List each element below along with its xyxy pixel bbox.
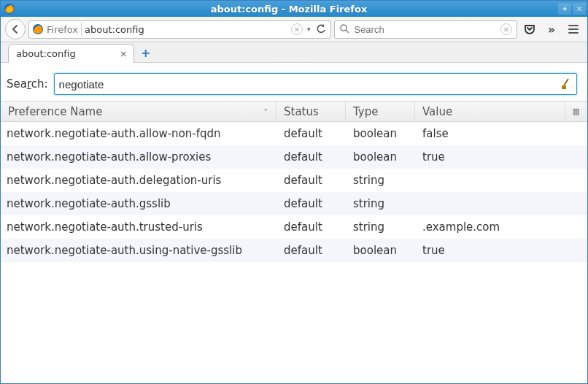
pocket-button[interactable] bbox=[520, 20, 539, 39]
pref-row[interactable]: network.negotiate-auth.allow-proxiesdefa… bbox=[1, 145, 587, 169]
pref-type: string bbox=[346, 174, 415, 187]
pref-name: network.negotiate-auth.trusted-uris bbox=[1, 220, 276, 234]
searchbar-clear-button[interactable]: ✕ bbox=[500, 23, 512, 35]
window-title: about:config - Mozilla Firefox bbox=[20, 4, 558, 15]
col-value[interactable]: Value bbox=[415, 101, 565, 121]
prefs-table: Preference Name⌃ Status Type Value ▥ net… bbox=[1, 101, 587, 262]
pref-status: default bbox=[276, 127, 346, 140]
pref-name: network.negotiate-auth.allow-non-fqdn bbox=[1, 127, 276, 140]
pref-name: network.negotiate-auth.gsslib bbox=[1, 197, 276, 210]
sort-ascending-icon: ⌃ bbox=[263, 108, 268, 115]
pref-name: network.negotiate-auth.allow-proxies bbox=[1, 150, 276, 164]
search-icon bbox=[339, 23, 349, 36]
tab-close-button[interactable]: × bbox=[120, 48, 128, 59]
tab-label: about:config bbox=[16, 48, 76, 59]
pref-row[interactable]: network.negotiate-auth.delegation-urisde… bbox=[1, 169, 587, 192]
tab-strip: about:config × + : : : : : : : bbox=[1, 42, 587, 63]
firefox-app-icon bbox=[4, 3, 15, 15]
urlbar-clear-button[interactable]: ✕ bbox=[291, 23, 303, 35]
reload-button[interactable] bbox=[314, 24, 328, 34]
window-close-button[interactable]: ✕ bbox=[573, 3, 586, 15]
pref-value: true bbox=[415, 150, 587, 164]
pref-name: network.negotiate-auth.delegation-uris bbox=[1, 174, 276, 187]
pref-value: true bbox=[415, 244, 587, 257]
pref-row[interactable]: network.negotiate-auth.allow-non-fqdndef… bbox=[1, 122, 587, 145]
config-search-box[interactable] bbox=[54, 73, 577, 95]
svg-point-2 bbox=[341, 25, 347, 31]
identity-box[interactable]: Firefox bbox=[32, 23, 78, 35]
menu-button[interactable] bbox=[564, 20, 583, 39]
pref-status: default bbox=[276, 174, 346, 187]
pref-type: boolean bbox=[346, 244, 415, 257]
new-tab-button[interactable]: + bbox=[137, 45, 155, 61]
window-minimize-button[interactable]: ✦ bbox=[558, 3, 571, 15]
pref-type: string bbox=[346, 220, 415, 234]
pref-type: boolean bbox=[346, 150, 415, 164]
prefs-table-header: Preference Name⌃ Status Type Value ▥ bbox=[1, 101, 587, 122]
svg-line-3 bbox=[346, 30, 349, 33]
pref-row[interactable]: network.negotiate-auth.trusted-urisdefau… bbox=[1, 215, 587, 239]
pref-status: default bbox=[276, 197, 346, 210]
nav-toolbar: Firefox about:config ✕ ▾ ✕ » bbox=[1, 17, 587, 42]
about-config-content: Search: Preference Name⌃ Status Type Val… bbox=[1, 63, 587, 383]
pref-name: network.negotiate-auth.using-native-gssl… bbox=[1, 244, 276, 257]
clear-search-icon[interactable] bbox=[559, 77, 572, 91]
search-bar[interactable]: ✕ bbox=[334, 20, 517, 39]
pref-type: string bbox=[346, 197, 415, 210]
pref-row[interactable]: network.negotiate-auth.gsslibdefaultstri… bbox=[1, 192, 587, 215]
column-picker-button[interactable]: ▥ bbox=[565, 101, 587, 121]
col-status[interactable]: Status bbox=[276, 101, 346, 121]
back-button[interactable] bbox=[5, 19, 26, 39]
firefox-identity-icon bbox=[32, 23, 44, 35]
pref-status: default bbox=[276, 150, 346, 164]
urlbar-history-dropdown[interactable]: ▾ bbox=[307, 26, 311, 33]
window-titlebar: about:config - Mozilla Firefox ✦ ✕ bbox=[1, 1, 587, 17]
url-text[interactable]: about:config bbox=[85, 24, 288, 35]
config-search-label: Search: bbox=[7, 77, 48, 91]
pref-row[interactable]: network.negotiate-auth.using-native-gssl… bbox=[1, 239, 587, 262]
svg-line-5 bbox=[564, 79, 568, 85]
pref-type: boolean bbox=[346, 127, 415, 140]
pref-value: .example.com bbox=[415, 220, 587, 234]
url-bar[interactable]: Firefox about:config ✕ ▾ bbox=[28, 20, 331, 39]
urlbar-separator bbox=[81, 23, 82, 36]
search-input[interactable] bbox=[354, 24, 496, 35]
overflow-button[interactable]: » bbox=[542, 20, 561, 39]
tab-about-config[interactable]: about:config × bbox=[8, 44, 134, 63]
pref-value: false bbox=[415, 127, 587, 140]
config-search-row: Search: bbox=[1, 63, 587, 101]
col-preference-name[interactable]: Preference Name⌃ bbox=[1, 101, 276, 121]
hamburger-icon bbox=[568, 25, 579, 34]
col-type[interactable]: Type bbox=[346, 101, 415, 121]
identity-label: Firefox bbox=[47, 24, 78, 35]
pref-status: default bbox=[276, 244, 346, 257]
config-search-input[interactable] bbox=[59, 78, 559, 91]
pref-status: default bbox=[276, 220, 346, 234]
prefs-table-body: network.negotiate-auth.allow-non-fqdndef… bbox=[1, 122, 587, 262]
